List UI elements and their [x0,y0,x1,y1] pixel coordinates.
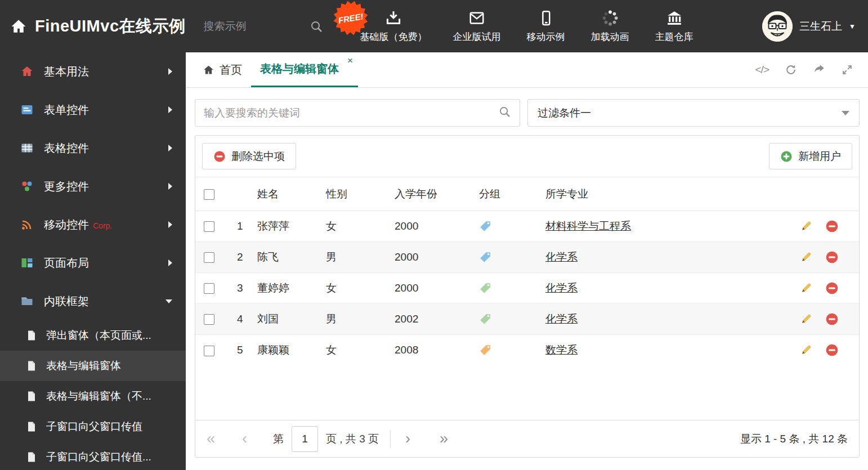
filter-dropdown-value: 过滤条件一 [538,106,591,120]
close-icon[interactable]: × [347,55,353,66]
search-icon[interactable] [310,20,323,33]
nav-mobile-demo[interactable]: 移动示例 [527,10,565,43]
major-link[interactable]: 化学系 [545,282,578,294]
tab-bar: 首页 表格与编辑窗体 × </> [186,52,868,88]
row-checkbox[interactable] [204,314,214,325]
file-icon [26,451,37,463]
delete-button[interactable] [825,250,839,264]
row-number: 3 [230,273,257,304]
nav-label: 加载动画 [591,30,629,43]
sidebar-item-grid-controls[interactable]: 表格控件 [0,129,186,167]
nav-theme-repo[interactable]: 主题仓库 [655,10,693,43]
edit-button[interactable] [799,312,813,326]
grid-toolbar: 删除选中项 新增用户 [195,136,859,177]
nav-loading-animation[interactable]: 加载动画 [591,10,629,43]
tab-home[interactable]: 首页 [194,52,251,87]
delete-button[interactable] [825,343,839,357]
minus-circle-icon [213,150,226,163]
corp-badge: Corp. [93,221,112,230]
table-row: 5 康颖颖 女 2008 数学系 [195,335,859,366]
row-checkbox[interactable] [204,221,214,232]
folder-icon [20,294,34,308]
sidebar-item-label: 页面布局 [44,256,89,271]
search-icon[interactable] [498,105,511,120]
filter-dropdown[interactable]: 过滤条件一 [527,99,860,127]
first-page-button[interactable]: « [207,431,215,446]
sidebar-subitem-grid-edit-window-2[interactable]: 表格与编辑窗体（不... [0,381,186,411]
edit-button[interactable] [799,250,813,264]
sidebar-subitem-popup-window[interactable]: 弹出窗体（本页面或... [0,320,186,351]
sidebar-subitem-label: 子窗口向父窗口传值... [46,450,151,464]
delete-selected-button[interactable]: 删除选中项 [202,143,296,169]
major-link[interactable]: 化学系 [545,251,578,263]
sidebar-item-label: 移动控件 [44,217,89,232]
expand-icon[interactable] [841,64,853,76]
delete-button[interactable] [825,281,839,295]
sidebar-subitem-child-to-parent-2[interactable]: 子窗口向父窗口传值... [0,442,186,470]
sidebar-item-mobile-controls[interactable]: 移动控件Corp. [0,205,186,244]
sidebar-item-iframe[interactable]: 内联框架 [0,282,186,320]
table-wrap: 姓名 性别 入学年份 分组 所学专业 [195,177,859,420]
button-label: 新增用户 [798,149,841,164]
row-checkbox[interactable] [204,283,214,294]
tab-grid-edit-window[interactable]: 表格与编辑窗体 × [251,52,358,87]
sidebar-item-label: 基本用法 [44,64,89,79]
table-header-row: 姓名 性别 入学年份 分组 所学专业 [195,177,859,211]
nav-label: 主题仓库 [655,30,693,43]
col-header-year[interactable]: 入学年份 [395,177,479,211]
col-header-gender[interactable]: 性别 [326,177,395,211]
delete-button[interactable] [825,220,839,233]
content-area: 过滤条件一 删除选中项 [186,88,868,470]
sidebar-subitem-label: 表格与编辑窗体 [46,359,121,373]
major-link[interactable]: 化学系 [545,313,578,325]
sidebar-item-form-controls[interactable]: 表单控件 [0,91,186,129]
nav-label: 移动示例 [527,30,565,43]
cell-name: 陈飞 [257,242,326,273]
page-number-input[interactable] [292,426,318,452]
col-header-name[interactable]: 姓名 [257,177,326,211]
source-code-icon[interactable]: </> [755,64,769,76]
col-header-group[interactable]: 分组 [479,177,545,211]
sidebar-subitem-child-to-parent[interactable]: 子窗口向父窗口传值 [0,411,186,442]
filter-row: 过滤条件一 [195,99,860,127]
add-user-button[interactable]: 新增用户 [769,143,852,169]
select-all-checkbox[interactable] [204,189,214,200]
row-number: 2 [230,242,257,273]
brand[interactable]: FineUIMvc在线示例 [0,15,186,38]
download-icon [385,10,402,26]
refresh-icon[interactable] [785,64,797,76]
major-link[interactable]: 数学系 [545,344,578,356]
prev-page-button[interactable]: ‹ [242,431,247,446]
sidebar-item-label: 更多控件 [44,179,89,194]
chevron-right-icon [168,221,172,228]
row-number: 5 [230,335,257,366]
nav-enterprise-trial[interactable]: 企业版试用 [453,10,501,43]
sidebar-item-basic-usage[interactable]: 基本用法 [0,52,186,91]
col-header-major[interactable]: 所学专业 [545,177,791,211]
sidebar-item-page-layout[interactable]: 页面布局 [0,244,186,282]
app-root: FineUIMvc在线示例 FREE! 基础版（免费） 企业版试用 [0,0,868,470]
chevron-down-icon [165,299,172,303]
page-prefix-label: 第 [273,432,284,446]
sidebar-subitem-grid-edit-window[interactable]: 表格与编辑窗体 [0,351,186,381]
user-menu[interactable]: 三生石上 ▼ [762,11,868,42]
next-page-button[interactable]: › [405,431,410,446]
row-checkbox[interactable] [204,346,214,356]
edit-button[interactable] [799,281,813,295]
header-search-input[interactable] [204,20,288,33]
last-page-button[interactable]: » [440,431,448,446]
sidebar: 基本用法 表单控件 表格控件 更多控件 移动控件Corp. [0,52,186,470]
nav-basic-free[interactable]: FREE! 基础版（免费） [360,10,427,43]
sidebar-item-more-controls[interactable]: 更多控件 [0,167,186,205]
row-checkbox[interactable] [204,252,214,263]
cell-gender: 女 [326,211,395,242]
edit-button[interactable] [799,220,813,233]
tag-icon [479,282,545,294]
share-forward-icon[interactable] [813,64,825,76]
major-link[interactable]: 材料科学与工程系 [545,220,631,232]
grid-panel: 删除选中项 新增用户 [195,135,860,458]
edit-button[interactable] [799,343,813,357]
cell-year: 2000 [395,273,479,304]
keyword-search-input[interactable] [204,107,498,119]
delete-button[interactable] [825,312,839,326]
